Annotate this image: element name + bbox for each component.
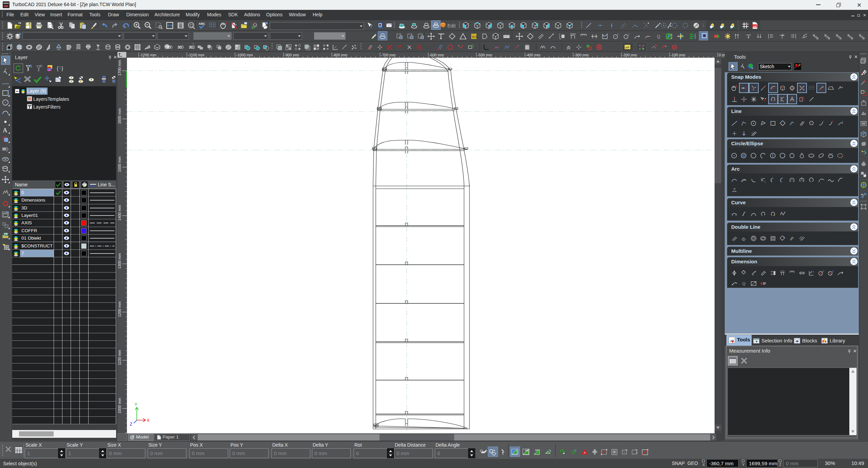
svg-text:X: X [147, 418, 150, 423]
svg-text:3: 3 [770, 179, 771, 181]
svg-text:Z: Z [130, 422, 132, 427]
svg-text:3D: 3D [2, 147, 6, 151]
svg-text:Q: Q [657, 34, 660, 39]
svg-text:3D: 3D [178, 45, 182, 49]
svg-text:Y: Y [134, 402, 137, 407]
svg-text:A: A [3, 127, 7, 134]
svg-text:s=1: s=1 [472, 35, 477, 38]
svg-text:MP: MP [525, 449, 529, 452]
svg-text:D: D [832, 270, 834, 273]
svg-text:3D: 3D [166, 45, 171, 49]
svg-text:R: R [617, 33, 619, 36]
svg-text:D: D [628, 33, 630, 36]
svg-text:ab: ab [734, 188, 736, 190]
svg-text:Q: Q [742, 282, 745, 286]
svg-text:A: A [606, 34, 608, 37]
svg-text:pdf: pdf [753, 25, 757, 28]
svg-text:ABC: ABC [199, 22, 205, 25]
svg-text:?: ? [370, 23, 373, 29]
svg-text:{: { [57, 65, 59, 71]
svg-text:pdf: pdf [625, 46, 629, 49]
svg-text:}: } [61, 65, 63, 71]
svg-text:A: A [812, 270, 814, 273]
svg-text:R: R [823, 270, 824, 273]
svg-text:MP: MP [535, 449, 539, 451]
svg-text:A: A [584, 451, 586, 454]
